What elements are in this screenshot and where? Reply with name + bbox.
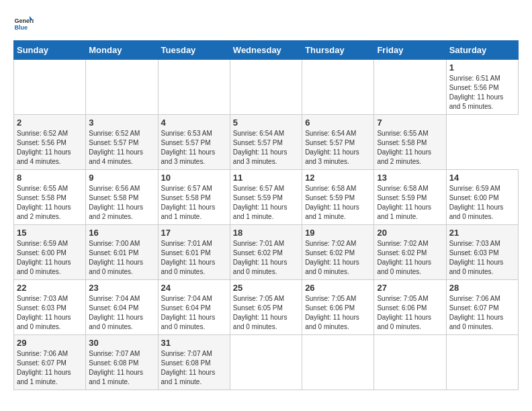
day-info: Sunrise: 6:57 AM Sunset: 5:59 PM Dayligh… [233,184,299,222]
calendar-cell [158,60,230,115]
day-info: Sunrise: 7:05 AM Sunset: 6:06 PM Dayligh… [305,294,371,332]
day-number: 14 [449,173,515,183]
calendar-cell: 31 Sunrise: 7:07 AM Sunset: 6:08 PM Dayl… [158,335,230,390]
day-info: Sunrise: 6:55 AM Sunset: 5:58 PM Dayligh… [377,129,443,167]
day-info: Sunrise: 6:58 AM Sunset: 5:59 PM Dayligh… [305,184,371,222]
calendar-cell [374,60,446,115]
calendar-cell: 5 Sunrise: 6:54 AM Sunset: 5:57 PM Dayli… [230,115,302,170]
calendar-week-row: 1 Sunrise: 6:51 AM Sunset: 5:56 PM Dayli… [14,60,519,115]
calendar-cell: 19 Sunrise: 7:02 AM Sunset: 6:02 PM Dayl… [302,225,374,280]
day-info: Sunrise: 7:01 AM Sunset: 6:02 PM Dayligh… [233,239,299,277]
calendar-cell [230,335,302,390]
day-info: Sunrise: 6:53 AM Sunset: 5:57 PM Dayligh… [161,129,227,167]
day-info: Sunrise: 7:02 AM Sunset: 6:02 PM Dayligh… [377,239,443,277]
page-header: General Blue [13,13,519,34]
day-info: Sunrise: 6:58 AM Sunset: 5:59 PM Dayligh… [377,184,443,222]
calendar-cell: 2 Sunrise: 6:52 AM Sunset: 5:56 PM Dayli… [14,115,86,170]
calendar-cell: 8 Sunrise: 6:55 AM Sunset: 5:58 PM Dayli… [14,170,86,225]
col-sunday: Sunday [14,41,86,60]
day-info: Sunrise: 7:07 AM Sunset: 6:08 PM Dayligh… [89,349,154,387]
col-saturday: Saturday [446,41,518,60]
day-number: 3 [89,118,154,128]
day-number: 10 [161,173,227,183]
day-info: Sunrise: 7:02 AM Sunset: 6:02 PM Dayligh… [305,239,371,277]
day-info: Sunrise: 7:01 AM Sunset: 6:01 PM Dayligh… [161,239,227,277]
calendar-cell: 11 Sunrise: 6:57 AM Sunset: 5:59 PM Dayl… [230,170,302,225]
logo-icon: General Blue [13,13,34,34]
calendar-cell: 26 Sunrise: 7:05 AM Sunset: 6:06 PM Dayl… [302,280,374,335]
calendar-cell: 28 Sunrise: 7:06 AM Sunset: 6:07 PM Dayl… [446,280,518,335]
calendar-cell: 10 Sunrise: 6:57 AM Sunset: 5:58 PM Dayl… [158,170,230,225]
calendar-cell: 3 Sunrise: 6:52 AM Sunset: 5:57 PM Dayli… [86,115,158,170]
day-number: 19 [305,228,371,238]
day-info: Sunrise: 7:00 AM Sunset: 6:01 PM Dayligh… [89,239,154,277]
day-number: 7 [377,118,443,128]
calendar-table: Sunday Monday Tuesday Wednesday Thursday… [13,40,519,390]
day-info: Sunrise: 6:52 AM Sunset: 5:57 PM Dayligh… [89,129,154,167]
day-info: Sunrise: 6:56 AM Sunset: 5:58 PM Dayligh… [89,184,154,222]
calendar-cell: 15 Sunrise: 6:59 AM Sunset: 6:00 PM Dayl… [14,225,86,280]
day-number: 24 [161,283,227,293]
calendar-cell: 30 Sunrise: 7:07 AM Sunset: 6:08 PM Dayl… [86,335,158,390]
calendar-cell: 6 Sunrise: 6:54 AM Sunset: 5:57 PM Dayli… [302,115,374,170]
calendar-cell: 4 Sunrise: 6:53 AM Sunset: 5:57 PM Dayli… [158,115,230,170]
day-number: 26 [305,283,371,293]
calendar-cell: 9 Sunrise: 6:56 AM Sunset: 5:58 PM Dayli… [86,170,158,225]
calendar-cell: 27 Sunrise: 7:05 AM Sunset: 6:06 PM Dayl… [374,280,446,335]
day-info: Sunrise: 7:06 AM Sunset: 6:07 PM Dayligh… [17,349,83,387]
day-info: Sunrise: 6:51 AM Sunset: 5:56 PM Dayligh… [449,74,515,111]
calendar-cell [302,335,374,390]
day-info: Sunrise: 7:04 AM Sunset: 6:04 PM Dayligh… [161,294,227,332]
col-thursday: Thursday [302,41,374,60]
day-info: Sunrise: 6:59 AM Sunset: 6:00 PM Dayligh… [449,184,515,222]
calendar-cell [302,60,374,115]
day-info: Sunrise: 7:03 AM Sunset: 6:03 PM Dayligh… [17,294,83,332]
calendar-cell: 25 Sunrise: 7:05 AM Sunset: 6:05 PM Dayl… [230,280,302,335]
day-info: Sunrise: 7:03 AM Sunset: 6:03 PM Dayligh… [449,239,515,277]
calendar-cell: 24 Sunrise: 7:04 AM Sunset: 6:04 PM Dayl… [158,280,230,335]
svg-text:Blue: Blue [15,24,28,31]
day-number: 13 [377,173,443,183]
day-info: Sunrise: 7:05 AM Sunset: 6:06 PM Dayligh… [377,294,443,332]
day-number: 2 [17,118,83,128]
calendar-week-row: 29 Sunrise: 7:06 AM Sunset: 6:07 PM Dayl… [14,335,519,390]
calendar-cell: 7 Sunrise: 6:55 AM Sunset: 5:58 PM Dayli… [374,115,446,170]
calendar-cell: 23 Sunrise: 7:04 AM Sunset: 6:04 PM Dayl… [86,280,158,335]
day-number: 25 [233,283,299,293]
day-number: 6 [305,118,371,128]
col-tuesday: Tuesday [158,41,230,60]
calendar-week-row: 22 Sunrise: 7:03 AM Sunset: 6:03 PM Dayl… [14,280,519,335]
day-number: 11 [233,173,299,183]
calendar-cell: 21 Sunrise: 7:03 AM Sunset: 6:03 PM Dayl… [446,225,518,280]
calendar-cell [86,60,158,115]
day-number: 23 [89,283,154,293]
day-info: Sunrise: 7:04 AM Sunset: 6:04 PM Dayligh… [89,294,154,332]
day-number: 30 [89,338,154,348]
day-info: Sunrise: 6:54 AM Sunset: 5:57 PM Dayligh… [233,129,299,167]
calendar-cell: 14 Sunrise: 6:59 AM Sunset: 6:00 PM Dayl… [446,170,518,225]
day-info: Sunrise: 7:07 AM Sunset: 6:08 PM Dayligh… [161,349,227,387]
calendar-cell: 18 Sunrise: 7:01 AM Sunset: 6:02 PM Dayl… [230,225,302,280]
day-number: 1 [449,62,515,73]
logo: General Blue [13,13,35,34]
day-number: 8 [17,173,83,183]
calendar-week-row: 8 Sunrise: 6:55 AM Sunset: 5:58 PM Dayli… [14,170,519,225]
col-friday: Friday [374,41,446,60]
calendar-cell: 13 Sunrise: 6:58 AM Sunset: 5:59 PM Dayl… [374,170,446,225]
day-number: 27 [377,283,443,293]
day-info: Sunrise: 7:05 AM Sunset: 6:05 PM Dayligh… [233,294,299,332]
day-number: 18 [233,228,299,238]
day-number: 15 [17,228,83,238]
col-wednesday: Wednesday [230,41,302,60]
day-info: Sunrise: 6:59 AM Sunset: 6:00 PM Dayligh… [17,239,83,277]
calendar-cell [14,60,86,115]
day-info: Sunrise: 7:06 AM Sunset: 6:07 PM Dayligh… [449,294,515,332]
day-number: 17 [161,228,227,238]
day-number: 9 [89,173,154,183]
calendar-cell: 20 Sunrise: 7:02 AM Sunset: 6:02 PM Dayl… [374,225,446,280]
day-number: 4 [161,118,227,128]
day-number: 12 [305,173,371,183]
calendar-cell: 17 Sunrise: 7:01 AM Sunset: 6:01 PM Dayl… [158,225,230,280]
col-monday: Monday [86,41,158,60]
day-number: 5 [233,118,299,128]
